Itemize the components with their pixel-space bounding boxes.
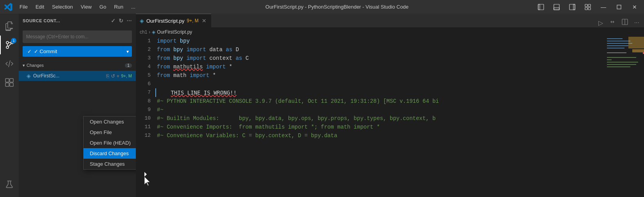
menu-more[interactable]: ... <box>128 3 139 11</box>
tab-modified-badge: 9+, M <box>187 18 199 23</box>
changes-header[interactable]: ▾ Changes 1 <box>19 60 136 71</box>
more-actions-tab-icon[interactable]: ··· <box>633 18 641 27</box>
window-title: OurFirstScript.py - PythonScriptingBlend… <box>139 4 535 10</box>
menu-go[interactable]: Go <box>96 3 109 11</box>
svg-rect-21 <box>607 38 623 39</box>
code-line-5: from math import * <box>155 71 605 80</box>
svg-rect-28 <box>607 59 612 60</box>
context-menu-open-file-head[interactable]: Open File (HEAD) <box>84 138 136 148</box>
menu-run[interactable]: Run <box>111 3 126 11</box>
code-line-7: THIS LINE IS WRONG!! <box>155 88 605 97</box>
layout-sidebar-toggle[interactable] <box>535 3 546 11</box>
context-menu-open-file[interactable]: Open File <box>84 127 136 138</box>
code-editor[interactable]: 1 2 3 4 5 6 7 8 9 10 11 12 import bpy <box>136 37 644 197</box>
svg-rect-6 <box>585 4 587 7</box>
commit-button[interactable]: ✓ ✓ Commit <box>23 46 123 57</box>
commit-message-input[interactable] <box>23 30 132 43</box>
activity-explorer[interactable] <box>0 17 19 36</box>
main-layout: 1 SOURCE CONT... ✓ ↻ ··· ✓ ✓ Comm <box>0 14 644 197</box>
file-item[interactable]: ◈ OurFirstSc... ⎘ ↺ + 9+, M <box>19 71 136 81</box>
context-menu-stage-changes[interactable]: Stage Changes <box>84 159 136 169</box>
more-actions-icon[interactable]: ··· <box>127 18 132 24</box>
svg-rect-30 <box>607 64 636 65</box>
activity-flask[interactable] <box>0 175 19 194</box>
run-code-icon[interactable]: ▷ <box>597 18 605 27</box>
svg-rect-31 <box>607 66 630 67</box>
maximize-button[interactable] <box>614 3 624 11</box>
layout-right-toggle[interactable] <box>567 3 578 11</box>
svg-rect-14 <box>5 79 9 82</box>
code-line-3: from bpy import context as C <box>155 54 605 63</box>
file-python-icon: ◈ <box>27 73 31 79</box>
svg-rect-25 <box>607 48 624 48</box>
sidebar-header-icons: ✓ ↻ ··· <box>111 18 132 24</box>
python-breadcrumb-icon: ◈ <box>152 29 155 35</box>
tab-close-button[interactable]: ✕ <box>201 18 207 24</box>
tab-label: OurFirstScript.py <box>146 18 185 24</box>
svg-rect-32 <box>628 37 644 48</box>
commit-dropdown-button[interactable]: ▾ <box>123 46 132 57</box>
chevron-down-icon: ▾ <box>23 63 25 68</box>
context-menu-open-changes[interactable]: Open Changes <box>84 116 136 127</box>
code-line-10: #~ Builtin Modules: bpy, bpy.data, bpy.o… <box>155 114 605 123</box>
tab-ourfirstscript[interactable]: ◈ OurFirstScript.py 9+, M ✕ <box>136 14 211 27</box>
code-line-9: #~ <box>155 106 605 114</box>
activity-extensions[interactable] <box>0 73 19 92</box>
menu-selection[interactable]: Selection <box>49 3 76 11</box>
add-icon[interactable]: + <box>117 73 120 79</box>
commit-button-label: ✓ Commit <box>34 48 57 54</box>
minimize-button[interactable]: — <box>598 3 609 11</box>
layout-grid-toggle[interactable] <box>582 3 593 11</box>
split-editor-icon[interactable] <box>620 18 630 27</box>
commit-button-row: ✓ ✓ Commit ▾ <box>23 46 132 57</box>
activity-source-control[interactable]: 1 <box>0 36 19 54</box>
editor-area: ◈ OurFirstScript.py 9+, M ✕ ▷ ··· ch1 › … <box>136 14 644 197</box>
tab-bar-right: ▷ ··· <box>597 18 644 27</box>
svg-rect-5 <box>573 4 575 10</box>
open-changes-icon[interactable] <box>608 18 617 27</box>
copy-icon[interactable]: ⎘ <box>106 73 109 79</box>
svg-rect-26 <box>607 52 626 53</box>
menu-view[interactable]: View <box>78 3 95 11</box>
svg-rect-22 <box>607 41 630 41</box>
svg-rect-7 <box>588 4 591 7</box>
changes-count: 1 <box>125 63 132 68</box>
menu-edit[interactable]: Edit <box>32 3 47 11</box>
svg-point-11 <box>6 46 9 48</box>
check-all-icon[interactable]: ✓ <box>111 18 116 24</box>
breadcrumb-filename[interactable]: OurFirstScript.py <box>157 29 192 35</box>
breadcrumb: ch1 › ◈ OurFirstScript.py <box>136 27 644 37</box>
refresh-icon[interactable]: ↻ <box>119 18 124 24</box>
svg-rect-17 <box>10 83 13 86</box>
svg-rect-27 <box>607 57 636 58</box>
svg-point-13 <box>6 41 9 44</box>
svg-rect-4 <box>569 4 575 10</box>
minimap <box>605 37 644 197</box>
code-line-1: import bpy <box>155 37 605 45</box>
breadcrumb-separator: › <box>149 29 150 35</box>
layout-panel-toggle[interactable] <box>551 3 562 11</box>
discard-icon[interactable]: ↺ <box>111 73 115 79</box>
commit-message-area <box>19 27 136 46</box>
activity-run-debug[interactable] <box>0 54 19 73</box>
source-control-sidebar: SOURCE CONT... ✓ ↻ ··· ✓ ✓ Commit ▾ ▾ Ch… <box>19 14 136 197</box>
chevron-down-icon: ▾ <box>126 49 129 54</box>
python-file-icon: ◈ <box>140 18 144 24</box>
svg-rect-29 <box>607 62 638 63</box>
changes-label: Changes <box>27 63 125 68</box>
activity-bar: 1 <box>0 14 19 197</box>
svg-rect-15 <box>10 79 13 82</box>
context-menu-discard-changes[interactable]: Discard Changes <box>84 148 136 159</box>
breadcrumb-ch1[interactable]: ch1 <box>140 29 147 35</box>
svg-rect-1 <box>538 4 544 10</box>
code-line-11: #~ Convenience Imports: from mathutils i… <box>155 123 605 131</box>
svg-rect-20 <box>605 37 644 197</box>
line-numbers: 1 2 3 4 5 6 7 8 9 10 11 12 <box>136 37 155 197</box>
commit-checkmark-icon: ✓ <box>27 48 32 54</box>
menu-file[interactable]: File <box>16 3 31 11</box>
svg-rect-10 <box>617 5 621 9</box>
close-button[interactable]: ✕ <box>629 3 640 11</box>
source-control-badge: 1 <box>11 38 16 43</box>
file-name: OurFirstSc... <box>33 73 106 79</box>
file-badge: 9+, M <box>121 73 132 78</box>
